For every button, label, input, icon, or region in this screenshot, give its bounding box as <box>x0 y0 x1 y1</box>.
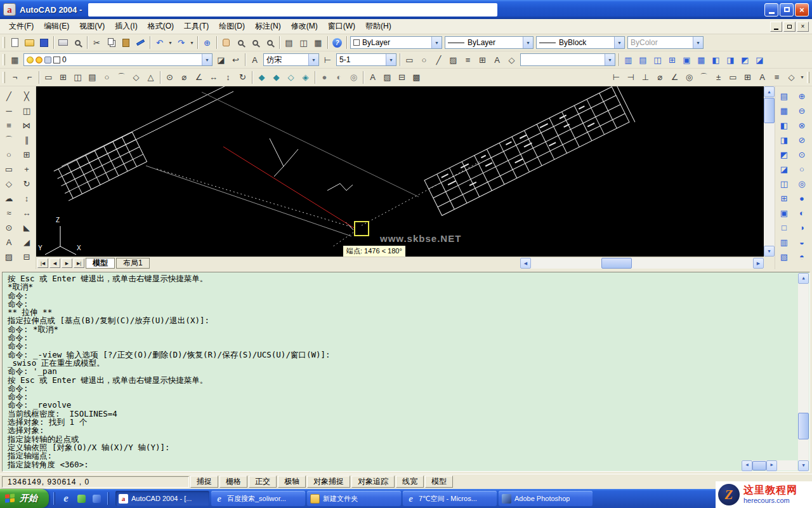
array-icon[interactable] <box>20 147 34 162</box>
menu-format[interactable]: 格式(O) <box>143 18 179 34</box>
redo-icon[interactable] <box>174 36 188 50</box>
table-tool-icon[interactable] <box>709 53 723 67</box>
copy-icon[interactable] <box>104 36 119 50</box>
taskbar-grip[interactable] <box>53 492 55 505</box>
menu-tools[interactable]: 工具(T) <box>179 18 214 34</box>
scroll-thumb[interactable] <box>764 98 775 123</box>
render-tool-icon[interactable] <box>346 70 361 84</box>
tab-first-icon[interactable] <box>37 258 48 268</box>
media-player-icon[interactable] <box>90 492 103 505</box>
toolbar-grip[interactable] <box>807 72 809 83</box>
baseline-dimension-icon[interactable] <box>740 70 755 84</box>
ucs-tool-icon[interactable] <box>221 70 235 84</box>
combo-dropdown-icon[interactable] <box>202 54 212 65</box>
view-tool-icon[interactable] <box>777 162 792 177</box>
mdi-minimize-button[interactable] <box>770 22 782 32</box>
scroll-right-icon[interactable] <box>753 258 764 269</box>
menu-insert[interactable]: 插入(I) <box>110 18 142 34</box>
combo-dropdown-icon[interactable] <box>431 37 442 48</box>
table-tool-icon[interactable] <box>723 53 738 67</box>
scroll-thumb[interactable] <box>798 413 809 439</box>
property-tool-icon[interactable] <box>504 53 519 67</box>
canvas-horizontal-scrollbar[interactable] <box>520 258 764 269</box>
text-style-icon[interactable] <box>247 53 262 67</box>
stretch-icon[interactable] <box>20 191 34 206</box>
view-tool-icon[interactable] <box>777 206 792 220</box>
rectangle-icon[interactable] <box>2 162 16 177</box>
view-tool-icon[interactable] <box>777 133 792 147</box>
view-tool-icon[interactable] <box>85 70 100 84</box>
combo-dropdown-icon[interactable] <box>614 37 624 48</box>
combo-dropdown-icon[interactable] <box>386 54 396 65</box>
save-icon[interactable] <box>37 36 51 50</box>
polygon-icon[interactable] <box>2 177 16 191</box>
view-tool-icon[interactable] <box>129 70 143 84</box>
dimension-update-icon[interactable] <box>769 70 784 84</box>
scroll-left-icon[interactable] <box>742 460 752 471</box>
match-properties-icon[interactable] <box>133 36 148 50</box>
help-icon[interactable] <box>330 36 344 50</box>
tool-palettes-icon[interactable] <box>311 36 325 50</box>
chamfer-icon[interactable] <box>20 220 34 235</box>
table-tool-icon[interactable] <box>679 53 694 67</box>
layer-freeze-sun-icon[interactable] <box>36 57 43 64</box>
orbit-tool-icon[interactable] <box>795 191 809 206</box>
aligned-dimension-icon[interactable] <box>624 70 638 84</box>
pan-icon[interactable] <box>219 36 233 50</box>
textstyle-combo[interactable]: 仿宋 <box>263 53 319 66</box>
center-mark-icon[interactable] <box>784 70 799 84</box>
orbit-tool-icon[interactable] <box>795 162 809 177</box>
ucs-tool-icon[interactable] <box>206 70 221 84</box>
menu-file[interactable]: 文件(F) <box>4 18 39 34</box>
orbit-tool-icon[interactable] <box>795 118 809 133</box>
otrack-toggle[interactable]: 对象追踪 <box>351 476 395 488</box>
lineweight-combo[interactable]: ByBlock <box>536 36 625 49</box>
linear-dimension-icon[interactable] <box>609 70 624 84</box>
toolbar-grip[interactable] <box>3 72 5 83</box>
menu-dimension[interactable]: 标注(N) <box>250 18 286 34</box>
combo-dropdown-icon[interactable] <box>693 37 703 48</box>
ucs-tool-icon[interactable] <box>162 70 177 84</box>
mtext-icon[interactable] <box>2 235 16 250</box>
circle-icon[interactable] <box>2 147 16 162</box>
shade-tool-icon[interactable] <box>298 70 313 84</box>
plotstyle-combo[interactable]: ByColor <box>627 36 704 49</box>
view-tool-icon[interactable] <box>777 191 792 206</box>
view-tool-icon[interactable] <box>777 104 792 118</box>
table-tool-icon[interactable] <box>636 53 650 67</box>
tab-model[interactable]: 模型 <box>86 258 115 269</box>
orbit-tool-icon[interactable] <box>795 147 809 162</box>
menu-view[interactable]: 视图(V) <box>74 18 110 34</box>
layer-previous-icon[interactable] <box>228 53 243 67</box>
hatch-icon[interactable] <box>2 250 16 264</box>
view-tool-icon[interactable] <box>777 220 792 235</box>
scroll-down-icon[interactable] <box>764 246 775 257</box>
layer-lock-icon[interactable] <box>44 57 51 64</box>
draworder-tool-icon[interactable] <box>22 70 37 84</box>
mirror-icon[interactable] <box>20 118 34 133</box>
orbit-tool-icon[interactable] <box>795 206 809 220</box>
line-icon[interactable] <box>2 89 16 104</box>
orbit-tool-icon[interactable] <box>795 104 809 118</box>
orbit-tool-icon[interactable] <box>795 220 809 235</box>
shade-tool-icon[interactable] <box>269 70 284 84</box>
menu-window[interactable]: 窗口(W) <box>323 18 360 34</box>
show-desktop-icon[interactable] <box>75 492 88 505</box>
table-tool-icon[interactable] <box>665 53 679 67</box>
toolbar-grip[interactable] <box>3 37 5 48</box>
property-tool-icon[interactable] <box>446 53 461 67</box>
gradient-tool-icon[interactable] <box>409 70 424 84</box>
lineweight-toggle[interactable]: 线宽 <box>396 476 424 488</box>
rotate-icon[interactable] <box>20 177 34 191</box>
scroll-thumb[interactable] <box>752 461 766 471</box>
layer-combo[interactable]: 0 <box>23 53 213 66</box>
scroll-up-icon[interactable] <box>764 86 775 97</box>
draworder-tool-icon[interactable] <box>8 70 22 84</box>
combo-dropdown-icon[interactable] <box>605 54 615 65</box>
scale-icon[interactable] <box>20 206 34 220</box>
undo-icon[interactable] <box>152 36 167 50</box>
canvas-vertical-scrollbar[interactable] <box>764 86 775 257</box>
command-vertical-scrollbar[interactable] <box>798 273 809 471</box>
paste-icon[interactable] <box>119 36 133 50</box>
property-tool-icon[interactable] <box>402 53 417 67</box>
